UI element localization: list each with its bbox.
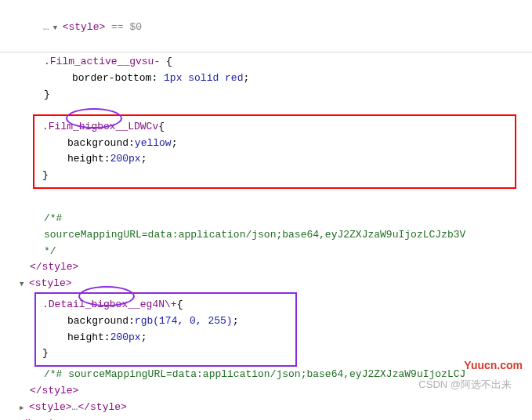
- close-brace: }: [42, 169, 49, 181]
- css-property-line[interactable]: height:200px;: [42, 330, 289, 346]
- prop-text: background: [67, 315, 128, 327]
- top-separator: …<style> == $0: [0, 3, 532, 52]
- comment-line: /*#: [0, 211, 532, 227]
- open-brace: {: [177, 299, 183, 310]
- css-property-line[interactable]: background:rgb(174, 0, 255);: [42, 313, 289, 330]
- open-brace: {: [160, 56, 172, 67]
- blank-line: [0, 189, 532, 211]
- css-selector-line[interactable]: .Film_bigbox__LDWCv{: [42, 119, 507, 136]
- tag-text: </style>: [78, 401, 126, 413]
- ellipsis-icon: …: [43, 21, 50, 33]
- close-brace-line[interactable]: }: [42, 346, 289, 362]
- tag-text: <style>: [29, 277, 72, 289]
- tag-text: </head>: [16, 418, 59, 420]
- comment-text: /*# sourceMappingURL=data:application/js…: [44, 368, 465, 380]
- tag-text: </style>: [30, 261, 78, 273]
- blank-line: [0, 103, 532, 114]
- comment-text: /*#: [44, 212, 62, 224]
- tag-text: <style>: [29, 401, 72, 413]
- selector-text: .Detail_bigbox__eg4N\+: [42, 299, 177, 310]
- close-brace-line[interactable]: }: [0, 87, 532, 103]
- value-text: yellow: [135, 137, 172, 149]
- comment-text: sourceMappingURL=data:application/json;b…: [44, 229, 465, 241]
- prop-text: border-bottom: [72, 72, 151, 84]
- css-property-line[interactable]: height:200px;: [42, 151, 507, 168]
- watermark-csdn: CSDN @阿选不出来: [418, 377, 512, 393]
- style-open-tag: <style>: [63, 21, 106, 33]
- highlight-box-purple: .Detail_bigbox__eg4N\+{ background:rgb(1…: [34, 292, 297, 367]
- comment-line: */: [0, 244, 532, 260]
- close-brace: }: [42, 347, 49, 359]
- prop-text: height: [67, 153, 104, 165]
- first-style-line[interactable]: …<style> == $0: [0, 3, 532, 52]
- collapsed-style-line[interactable]: <style>…</style>: [0, 400, 532, 416]
- func-name: rgb: [135, 315, 153, 327]
- prop-text: background: [67, 137, 128, 149]
- tag-text: </style>: [30, 385, 78, 396]
- css-property-line[interactable]: border-bottom: 1px solid red;: [0, 71, 532, 87]
- css-property-line[interactable]: background:yellow;: [42, 136, 507, 152]
- highlight-box-red: .Film_bigbox__LDWCv{ background:yellow; …: [33, 114, 516, 189]
- expand-icon[interactable]: [20, 276, 27, 292]
- expand-icon[interactable]: [20, 400, 27, 416]
- selector-text: .Film_bigbox__LDWCv: [42, 121, 158, 132]
- colon: :: [151, 72, 164, 84]
- prop-text: height: [67, 331, 104, 343]
- open-brace: {: [158, 121, 165, 132]
- expand-icon[interactable]: [53, 20, 61, 36]
- devtools-elements-panel: …<style> == $0 .Film_active__gvsu- { bor…: [0, 0, 532, 420]
- css-selector-line[interactable]: .Detail_bigbox__eg4N\+{: [42, 297, 289, 313]
- close-brace: }: [44, 89, 50, 100]
- func-args: (174, 0, 255): [153, 315, 232, 327]
- value-text: 200px: [110, 153, 141, 165]
- comment-text: */: [44, 245, 56, 257]
- semicolon: ;: [243, 72, 249, 84]
- equals-text: ==: [105, 21, 129, 33]
- value-text: 1px solid red: [164, 72, 243, 84]
- close-brace-line[interactable]: }: [42, 168, 507, 184]
- css-selector-line[interactable]: .Film_active__gvsu- {: [0, 54, 532, 71]
- selector-text: .Film_active__gvsu-: [44, 56, 160, 67]
- watermark-yuucn: Yuucn.com: [464, 357, 523, 374]
- style-open-line[interactable]: <style>: [0, 276, 532, 292]
- dollar-zero: $0: [129, 21, 142, 33]
- comment-line: sourceMappingURL=data:application/json;b…: [0, 227, 532, 244]
- close-head-tag[interactable]: </head>: [0, 416, 532, 420]
- value-text: 200px: [110, 331, 141, 343]
- close-style-tag[interactable]: </style>: [0, 259, 532, 276]
